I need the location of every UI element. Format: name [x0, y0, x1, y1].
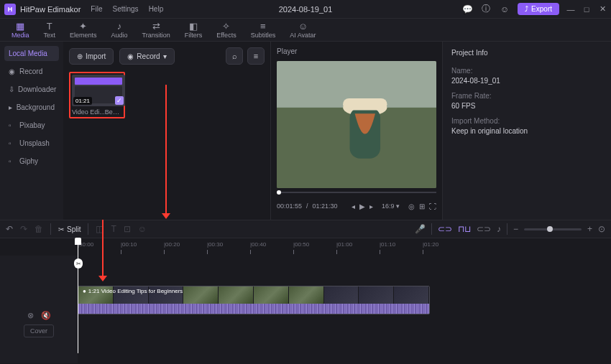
record-dot-icon: ◉ [127, 52, 134, 60]
track-header: ⊗ 🔇 Cover [0, 256, 78, 363]
redo-button[interactable]: ↷ [20, 224, 27, 234]
subtitles-icon: ≡ [260, 22, 266, 31]
tab-label: Subtitles [251, 32, 276, 39]
giphy-icon: ▫ [9, 157, 16, 165]
menu-file[interactable]: File [91, 5, 102, 13]
tab-elements[interactable]: ✦Elements [63, 22, 104, 39]
crop-tool-button[interactable]: ◫ [96, 224, 104, 234]
info-import-label: Import Method: [451, 117, 602, 125]
record-icon: ◉ [9, 67, 16, 75]
fit-button[interactable]: ⊙ [598, 224, 605, 234]
aspect-value: 16:9 [382, 202, 395, 210]
tab-filters[interactable]: ◧Filters [178, 22, 210, 39]
search-button[interactable]: ⌕ [226, 47, 243, 65]
timeline-toolbar: ↶ ↷ 🗑 ✂Split ◫ T ⊡ ☺ 🎤 ⊂⊃ ⊓⊔ ⊂⊃ ♪ − + ⊙ [0, 220, 611, 238]
split-button[interactable]: ✂Split [58, 225, 81, 233]
sidebar-item-label: Unsplash [19, 139, 50, 147]
menu-settings[interactable]: Settings [112, 5, 138, 13]
lock-track-button[interactable]: ⊗ [27, 311, 34, 320]
sidebar-item-label: Giphy [19, 157, 38, 165]
tab-label: Elements [70, 32, 97, 39]
tab-transition[interactable]: ⇄Transition [135, 22, 178, 39]
mic-button[interactable]: 🎤 [415, 224, 426, 234]
ruler-tick: |01:20 [423, 241, 438, 248]
search-icon: ⌕ [232, 52, 237, 60]
aspect-ratio-dropdown[interactable]: 16:9 ▾ [382, 202, 400, 210]
app-logo-icon: H [4, 4, 16, 15]
time-separator: / [306, 202, 308, 210]
audio-icon: ♪ [117, 22, 122, 31]
split-label: Split [67, 225, 81, 233]
seek-track[interactable] [277, 192, 436, 193]
next-frame-button[interactable]: ▸ [369, 202, 373, 210]
sort-button[interactable]: ≡ [247, 47, 265, 65]
minimize-button[interactable]: — [566, 5, 575, 14]
seek-handle[interactable] [277, 190, 281, 195]
magnet-button[interactable]: ⊓⊔ [458, 224, 471, 234]
delete-button[interactable]: 🗑 [35, 224, 43, 234]
fullscreen-button[interactable]: ⛶ [429, 202, 436, 210]
chevron-right-icon: ▸ [9, 103, 13, 111]
tab-media[interactable]: ▦Media [4, 22, 37, 39]
download-icon: ⇩ [9, 85, 14, 93]
close-button[interactable]: ✕ [598, 4, 607, 14]
mute-track-button[interactable]: 🔇 [41, 311, 51, 320]
tab-label: AI Avatar [290, 32, 316, 39]
maximize-button[interactable]: □ [582, 5, 591, 14]
media-clip-thumbnail[interactable]: 01:21 ✓ Video Edi...Beginners [69, 72, 125, 118]
prev-frame-button[interactable]: ◂ [352, 202, 355, 210]
tab-effects[interactable]: ✧Effects [209, 22, 243, 39]
tab-ai-avatar[interactable]: ☺AI Avatar [282, 22, 323, 39]
cover-button[interactable]: Cover [24, 325, 54, 337]
tab-label: Audio [111, 32, 128, 39]
main-area: Local Media ◉Record ⇩Downloader ▸Backgro… [0, 42, 611, 220]
timeline-clip[interactable]: ●1:21 Video Editing Tips for Beginners [78, 286, 430, 314]
audio-track-button[interactable]: ♪ [497, 224, 501, 234]
marker-button[interactable]: ⊂⊃ [477, 224, 491, 234]
sort-icon: ≡ [254, 52, 258, 60]
crop-button[interactable]: ⊞ [419, 202, 425, 210]
info-framerate-value: 60 FPS [451, 102, 602, 110]
zoom-out-button[interactable]: − [513, 224, 518, 234]
menu-help[interactable]: Help [149, 5, 164, 13]
timeline-ruler[interactable]: |00:00 |00:10 |00:20 |00:30 |00:40 |00:5… [0, 238, 611, 256]
elements-icon: ✦ [79, 22, 87, 31]
tab-text[interactable]: TText [37, 22, 63, 39]
undo-button[interactable]: ↶ [6, 224, 13, 234]
playhead[interactable] [78, 238, 78, 353]
sidebar-item-pixabay[interactable]: ▫Pixabay [4, 118, 59, 133]
sidebar-item-background[interactable]: ▸Background [4, 100, 59, 115]
tab-subtitles[interactable]: ≡Subtitles [244, 22, 283, 39]
ai-avatar-icon: ☺ [298, 22, 308, 31]
chat-icon[interactable]: 💬 [461, 4, 473, 15]
player-panel: Player 00:01:55 / 01:21:30 ◂ ▶ ▸ [270, 42, 443, 220]
sidebar-item-downloader[interactable]: ⇩Downloader [4, 82, 59, 97]
info-icon[interactable]: ⓘ [480, 4, 492, 15]
zoom-in-button[interactable]: + [587, 224, 592, 234]
tool-tabs: ▦Media TText ✦Elements ♪Audio ⇄Transitio… [0, 19, 611, 42]
export-button[interactable]: ⤴Export [518, 3, 559, 15]
title-bar: H HitPaw Edimakor File Settings Help 202… [0, 0, 611, 19]
current-time: 00:01:55 [277, 202, 302, 210]
sticker-button[interactable]: ☺ [138, 224, 147, 234]
sidebar-item-record[interactable]: ◉Record [4, 64, 59, 79]
speed-button[interactable]: ⊡ [124, 224, 131, 234]
sidebar-item-unsplash[interactable]: ▫Unsplash [4, 136, 59, 151]
tab-audio[interactable]: ♪Audio [104, 22, 135, 39]
zoom-slider[interactable] [524, 228, 582, 230]
import-button[interactable]: ⊕Import [69, 48, 114, 65]
sidebar-item-giphy[interactable]: ▫Giphy [4, 154, 59, 169]
account-icon[interactable]: ☺ [499, 4, 510, 15]
play-button[interactable]: ▶ [359, 202, 365, 210]
sidebar-item-local-media[interactable]: Local Media [4, 46, 59, 61]
record-button[interactable]: ◉Record▾ [119, 48, 174, 65]
player-viewport[interactable] [277, 61, 436, 188]
snapshot-button[interactable]: ◎ [408, 202, 415, 210]
zoom-handle[interactable] [547, 226, 553, 232]
total-time: 01:21:30 [313, 202, 338, 210]
link-button[interactable]: ⊂⊃ [438, 224, 452, 234]
cut-handle-icon[interactable]: ✂ [74, 258, 83, 269]
text-tool-button[interactable]: T [111, 224, 116, 234]
ruler-tick: |00:40 [250, 241, 266, 248]
track-body[interactable]: ●1:21 Video Editing Tips for Beginners [78, 256, 611, 363]
